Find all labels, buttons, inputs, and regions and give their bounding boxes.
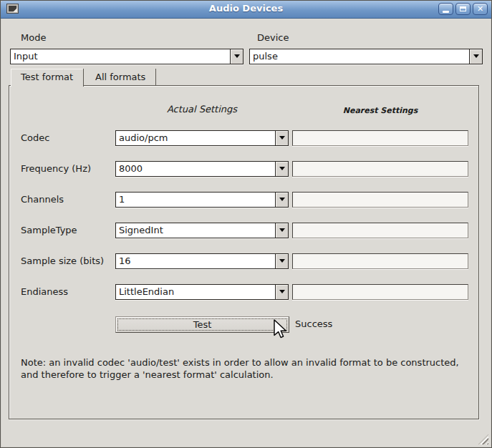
sampletype-nearest-field xyxy=(292,223,468,238)
frequency-combobox-value: 8000 xyxy=(116,162,275,176)
note-line-2: and therefore to trigger a 'nearest form… xyxy=(21,369,459,381)
mode-combobox[interactable]: Input xyxy=(10,49,243,64)
channels-combobox[interactable]: 1 xyxy=(115,192,289,208)
note-line-1: Note: an invalid codec 'audio/test' exis… xyxy=(21,356,459,369)
sampletype-combobox[interactable]: SignedInt xyxy=(115,223,289,238)
codec-combobox-value: audio/pcm xyxy=(116,131,275,145)
test-format-pane: Actual Settings Nearest Settings Codec a… xyxy=(9,85,479,419)
endianess-nearest-field xyxy=(292,284,468,300)
status-text: Success xyxy=(295,318,332,329)
endianess-combobox[interactable]: LittleEndian xyxy=(115,284,289,300)
audio-devices-window: Audio Devices ✕ Mode Input Device pulse … xyxy=(0,0,492,448)
titlebar-buttons: ✕ xyxy=(438,3,488,15)
channels-nearest-field xyxy=(292,192,468,208)
window-title: Audio Devices xyxy=(1,3,491,14)
device-combobox-value: pulse xyxy=(250,49,469,64)
tab-all-formats[interactable]: All formats xyxy=(85,69,156,85)
minimize-button[interactable] xyxy=(438,3,453,15)
device-combobox[interactable]: pulse xyxy=(249,49,483,64)
codec-label: Codec xyxy=(21,130,49,146)
actual-settings-heading: Actual Settings xyxy=(115,104,289,115)
sampletype-combobox-value: SignedInt xyxy=(116,223,275,238)
chevron-down-icon[interactable] xyxy=(275,254,288,268)
endianess-label: Endianess xyxy=(21,284,68,300)
close-button[interactable]: ✕ xyxy=(473,3,488,15)
frequency-nearest-field xyxy=(292,161,468,177)
codec-combobox[interactable]: audio/pcm xyxy=(115,130,289,146)
note-text: Note: an invalid codec 'audio/test' exis… xyxy=(21,356,459,381)
chevron-down-icon[interactable] xyxy=(275,285,288,299)
maximize-button[interactable] xyxy=(455,3,471,15)
frequency-combobox[interactable]: 8000 xyxy=(115,161,289,177)
chevron-down-icon[interactable] xyxy=(230,49,243,64)
endianess-combobox-value: LittleEndian xyxy=(116,285,275,299)
samplesize-label: Sample size (bits) xyxy=(21,253,104,269)
minimize-icon xyxy=(443,11,449,13)
nearest-settings-heading: Nearest Settings xyxy=(292,106,468,115)
channels-combobox-value: 1 xyxy=(116,193,275,207)
samplesize-nearest-field xyxy=(292,253,468,269)
device-label: Device xyxy=(257,32,289,43)
mode-combobox-value: Input xyxy=(11,49,230,64)
sampletype-label: SampleType xyxy=(21,223,77,238)
tab-test-format[interactable]: Test format xyxy=(11,69,84,87)
chevron-down-icon[interactable] xyxy=(275,223,288,238)
mode-label: Mode xyxy=(21,32,46,43)
chevron-down-icon[interactable] xyxy=(275,193,288,207)
chevron-down-icon[interactable] xyxy=(469,49,482,64)
codec-nearest-field xyxy=(292,130,468,146)
channels-label: Channels xyxy=(21,192,64,208)
close-icon: ✕ xyxy=(477,5,483,13)
samplesize-combobox[interactable]: 16 xyxy=(115,253,289,269)
chevron-down-icon[interactable] xyxy=(275,131,288,145)
samplesize-combobox-value: 16 xyxy=(116,254,275,268)
maximize-icon xyxy=(460,6,466,11)
chevron-down-icon[interactable] xyxy=(275,162,288,176)
titlebar[interactable]: Audio Devices ✕ xyxy=(1,1,491,19)
resize-grip[interactable] xyxy=(478,434,488,444)
test-button[interactable]: Test xyxy=(115,316,289,333)
frequency-label: Frequency (Hz) xyxy=(21,161,91,177)
